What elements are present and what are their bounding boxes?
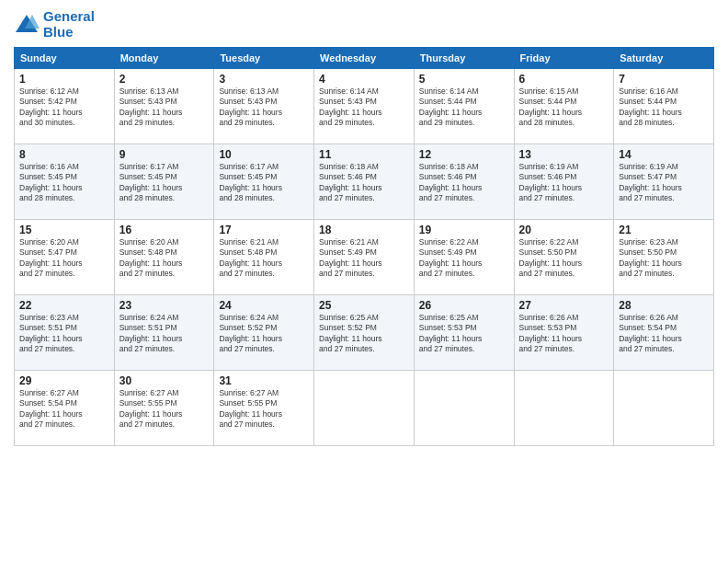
day-number: 28 (619, 299, 709, 312)
calendar-cell: 22Sunrise: 6:23 AM Sunset: 5:51 PM Dayli… (15, 295, 115, 371)
calendar-cell: 19Sunrise: 6:22 AM Sunset: 5:49 PM Dayli… (414, 220, 514, 295)
calendar-cell: 28Sunrise: 6:26 AM Sunset: 5:54 PM Dayli… (614, 295, 714, 371)
col-header-thursday: Thursday (414, 48, 514, 69)
day-number: 26 (419, 299, 509, 312)
day-info: Sunrise: 6:19 AM Sunset: 5:46 PM Dayligh… (519, 162, 609, 204)
day-info: Sunrise: 6:20 AM Sunset: 5:48 PM Dayligh… (119, 237, 210, 280)
header: General Blue (14, 9, 714, 40)
day-number: 9 (119, 148, 210, 161)
calendar-cell: 4Sunrise: 6:14 AM Sunset: 5:43 PM Daylig… (314, 69, 415, 144)
day-info: Sunrise: 6:14 AM Sunset: 5:43 PM Dayligh… (319, 86, 409, 129)
calendar-week-5: 29Sunrise: 6:27 AM Sunset: 5:54 PM Dayli… (15, 371, 714, 446)
calendar-table: SundayMondayTuesdayWednesdayThursdayFrid… (14, 47, 714, 446)
day-info: Sunrise: 6:13 AM Sunset: 5:43 PM Dayligh… (119, 86, 210, 129)
day-number: 24 (219, 299, 309, 312)
day-info: Sunrise: 6:27 AM Sunset: 5:55 PM Dayligh… (219, 388, 309, 431)
day-number: 19 (419, 224, 509, 236)
calendar-cell: 18Sunrise: 6:21 AM Sunset: 5:49 PM Dayli… (314, 220, 415, 295)
calendar-cell: 29Sunrise: 6:27 AM Sunset: 5:54 PM Dayli… (15, 371, 115, 446)
calendar-cell: 26Sunrise: 6:25 AM Sunset: 5:53 PM Dayli… (414, 295, 514, 371)
calendar-cell: 14Sunrise: 6:19 AM Sunset: 5:47 PM Dayli… (614, 144, 714, 220)
day-number: 17 (219, 224, 309, 236)
calendar-cell (414, 371, 514, 446)
day-info: Sunrise: 6:27 AM Sunset: 5:55 PM Dayligh… (119, 388, 210, 431)
day-number: 25 (319, 299, 409, 312)
calendar-cell: 11Sunrise: 6:18 AM Sunset: 5:46 PM Dayli… (314, 144, 415, 220)
calendar-cell: 6Sunrise: 6:15 AM Sunset: 5:44 PM Daylig… (514, 69, 614, 144)
day-number: 20 (519, 224, 609, 236)
day-info: Sunrise: 6:21 AM Sunset: 5:48 PM Dayligh… (219, 237, 309, 280)
day-info: Sunrise: 6:25 AM Sunset: 5:52 PM Dayligh… (319, 313, 409, 355)
calendar-week-4: 22Sunrise: 6:23 AM Sunset: 5:51 PM Dayli… (15, 295, 714, 371)
calendar-header-row: SundayMondayTuesdayWednesdayThursdayFrid… (15, 48, 714, 69)
calendar-cell (614, 371, 714, 446)
day-number: 4 (319, 73, 409, 86)
logo-text: General Blue (43, 9, 95, 40)
day-info: Sunrise: 6:18 AM Sunset: 5:46 PM Dayligh… (419, 162, 509, 204)
col-header-saturday: Saturday (614, 48, 714, 69)
day-number: 8 (19, 148, 109, 161)
day-info: Sunrise: 6:22 AM Sunset: 5:50 PM Dayligh… (519, 237, 609, 280)
calendar-cell (314, 371, 415, 446)
day-info: Sunrise: 6:17 AM Sunset: 5:45 PM Dayligh… (119, 162, 210, 204)
calendar-cell: 31Sunrise: 6:27 AM Sunset: 5:55 PM Dayli… (214, 371, 314, 446)
calendar-cell: 30Sunrise: 6:27 AM Sunset: 5:55 PM Dayli… (114, 371, 214, 446)
day-number: 14 (619, 148, 709, 161)
col-header-monday: Monday (114, 48, 214, 69)
day-number: 1 (19, 73, 109, 86)
calendar-cell: 9Sunrise: 6:17 AM Sunset: 5:45 PM Daylig… (114, 144, 214, 220)
calendar-cell: 20Sunrise: 6:22 AM Sunset: 5:50 PM Dayli… (514, 220, 614, 295)
day-number: 16 (119, 224, 210, 236)
calendar-cell: 8Sunrise: 6:16 AM Sunset: 5:45 PM Daylig… (15, 144, 115, 220)
logo: General Blue (14, 9, 95, 40)
page: General Blue SundayMondayTuesdayWednesda… (0, 0, 728, 563)
calendar-cell: 25Sunrise: 6:25 AM Sunset: 5:52 PM Dayli… (314, 295, 415, 371)
day-info: Sunrise: 6:16 AM Sunset: 5:44 PM Dayligh… (619, 86, 709, 129)
day-number: 22 (19, 299, 109, 312)
day-number: 11 (319, 148, 409, 161)
calendar-cell: 7Sunrise: 6:16 AM Sunset: 5:44 PM Daylig… (614, 69, 714, 144)
day-number: 29 (19, 374, 109, 387)
calendar-cell: 1Sunrise: 6:12 AM Sunset: 5:42 PM Daylig… (15, 69, 115, 144)
day-number: 30 (119, 374, 210, 387)
day-info: Sunrise: 6:14 AM Sunset: 5:44 PM Dayligh… (419, 86, 509, 129)
day-info: Sunrise: 6:26 AM Sunset: 5:54 PM Dayligh… (619, 313, 709, 355)
day-number: 18 (319, 224, 409, 236)
day-info: Sunrise: 6:27 AM Sunset: 5:54 PM Dayligh… (19, 388, 109, 431)
calendar-week-1: 1Sunrise: 6:12 AM Sunset: 5:42 PM Daylig… (15, 69, 714, 144)
day-info: Sunrise: 6:23 AM Sunset: 5:50 PM Dayligh… (619, 237, 709, 280)
col-header-tuesday: Tuesday (214, 48, 314, 69)
day-info: Sunrise: 6:18 AM Sunset: 5:46 PM Dayligh… (319, 162, 409, 204)
day-info: Sunrise: 6:13 AM Sunset: 5:43 PM Dayligh… (219, 86, 309, 129)
day-number: 3 (219, 73, 309, 86)
calendar-cell: 5Sunrise: 6:14 AM Sunset: 5:44 PM Daylig… (414, 69, 514, 144)
day-number: 2 (119, 73, 210, 86)
day-info: Sunrise: 6:15 AM Sunset: 5:44 PM Dayligh… (519, 86, 609, 129)
day-number: 27 (519, 299, 609, 312)
day-number: 13 (519, 148, 609, 161)
day-info: Sunrise: 6:21 AM Sunset: 5:49 PM Dayligh… (319, 237, 409, 280)
calendar-cell: 3Sunrise: 6:13 AM Sunset: 5:43 PM Daylig… (214, 69, 314, 144)
calendar-cell: 12Sunrise: 6:18 AM Sunset: 5:46 PM Dayli… (414, 144, 514, 220)
calendar-cell: 15Sunrise: 6:20 AM Sunset: 5:47 PM Dayli… (15, 220, 115, 295)
col-header-sunday: Sunday (15, 48, 115, 69)
calendar-week-3: 15Sunrise: 6:20 AM Sunset: 5:47 PM Dayli… (15, 220, 714, 295)
day-number: 31 (219, 374, 309, 387)
day-info: Sunrise: 6:25 AM Sunset: 5:53 PM Dayligh… (419, 313, 509, 355)
calendar-cell: 10Sunrise: 6:17 AM Sunset: 5:45 PM Dayli… (214, 144, 314, 220)
calendar-cell: 21Sunrise: 6:23 AM Sunset: 5:50 PM Dayli… (614, 220, 714, 295)
day-number: 6 (519, 73, 609, 86)
calendar-cell: 27Sunrise: 6:26 AM Sunset: 5:53 PM Dayli… (514, 295, 614, 371)
day-number: 23 (119, 299, 210, 312)
col-header-friday: Friday (514, 48, 614, 69)
calendar-cell: 2Sunrise: 6:13 AM Sunset: 5:43 PM Daylig… (114, 69, 214, 144)
day-number: 10 (219, 148, 309, 161)
day-info: Sunrise: 6:20 AM Sunset: 5:47 PM Dayligh… (19, 237, 109, 280)
col-header-wednesday: Wednesday (314, 48, 415, 69)
calendar-cell: 23Sunrise: 6:24 AM Sunset: 5:51 PM Dayli… (114, 295, 214, 371)
calendar-cell (514, 371, 614, 446)
calendar-cell: 24Sunrise: 6:24 AM Sunset: 5:52 PM Dayli… (214, 295, 314, 371)
logo-icon (14, 12, 40, 38)
day-info: Sunrise: 6:12 AM Sunset: 5:42 PM Dayligh… (19, 86, 109, 129)
day-number: 15 (19, 224, 109, 236)
